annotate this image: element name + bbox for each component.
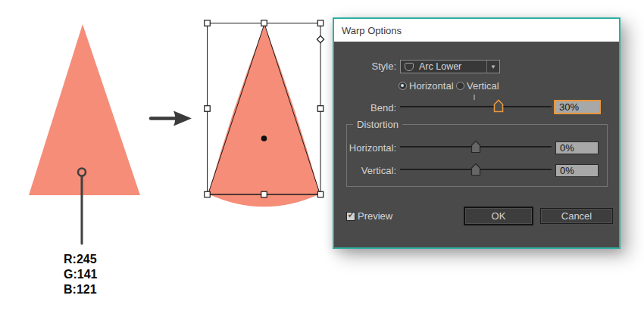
- style-dropdown-value: Arc Lower: [419, 61, 486, 72]
- selection-handle[interactable]: [205, 20, 211, 26]
- preview-checkbox[interactable]: ✓: [346, 212, 355, 221]
- radio-vertical-label: Vertical: [467, 81, 499, 92]
- distortion-label: Distortion: [353, 119, 402, 130]
- bend-slider-center-tick: [474, 95, 475, 100]
- selection-handle[interactable]: [205, 106, 211, 112]
- style-dropdown[interactable]: Arc Lower ▼: [400, 60, 500, 73]
- checkmark-icon: ✓: [347, 208, 356, 220]
- rgb-b-value: B:121: [64, 282, 97, 297]
- bend-value-field[interactable]: 30%: [554, 100, 601, 114]
- arc-lower-icon: [405, 63, 414, 71]
- style-label: Style:: [334, 61, 396, 72]
- warped-triangle[interactable]: [208, 25, 320, 207]
- ok-button[interactable]: OK: [464, 207, 533, 225]
- radio-horizontal[interactable]: [399, 82, 407, 90]
- radio-vertical[interactable]: [456, 82, 464, 90]
- warp-options-dialog: Warp Options Style: Arc Lower ▼ Horizont…: [333, 17, 621, 249]
- distortion-vertical-value-field[interactable]: 0%: [555, 164, 599, 177]
- distortion-horizontal-value-field[interactable]: 0%: [555, 141, 599, 154]
- selection-handle[interactable]: [317, 20, 324, 26]
- bend-label: Bend:: [334, 102, 396, 113]
- selection-handle[interactable]: [261, 20, 267, 26]
- page-canvas: R:245 G:141 B:121 Warp Options Style: Ar…: [0, 0, 644, 317]
- transform-arrow-icon: [151, 111, 192, 126]
- style-dropdown-arrow-button[interactable]: ▼: [486, 61, 499, 73]
- dialog-title-bar[interactable]: Warp Options: [334, 19, 619, 42]
- selection-handle[interactable]: [205, 191, 211, 197]
- preview-label: Preview: [358, 210, 392, 222]
- bend-slider-track[interactable]: [400, 106, 552, 108]
- selection-handle[interactable]: [261, 191, 267, 197]
- dialog-title: Warp Options: [342, 25, 402, 36]
- distortion-groupbox: Distortion: [346, 124, 608, 187]
- center-point[interactable]: [261, 135, 267, 141]
- chevron-down-icon: ▼: [490, 64, 496, 70]
- distortion-vertical-handle[interactable]: [470, 163, 481, 176]
- selection-handle[interactable]: [317, 106, 324, 112]
- distortion-horizontal-handle[interactable]: [470, 140, 481, 154]
- rgb-value-label: R:245 G:141 B:121: [64, 252, 97, 297]
- warp-anchor-diamond-icon[interactable]: [317, 36, 324, 42]
- selection-handle[interactable]: [317, 191, 324, 197]
- distortion-horizontal-label: Horizontal:: [334, 142, 396, 154]
- cancel-button[interactable]: Cancel: [540, 208, 613, 224]
- rgb-r-value: R:245: [64, 252, 97, 267]
- radio-horizontal-label: Horizontal: [409, 81, 454, 92]
- bend-slider-handle[interactable]: [493, 99, 504, 113]
- rgb-g-value: G:141: [64, 267, 97, 282]
- distortion-vertical-label: Vertical:: [334, 165, 396, 176]
